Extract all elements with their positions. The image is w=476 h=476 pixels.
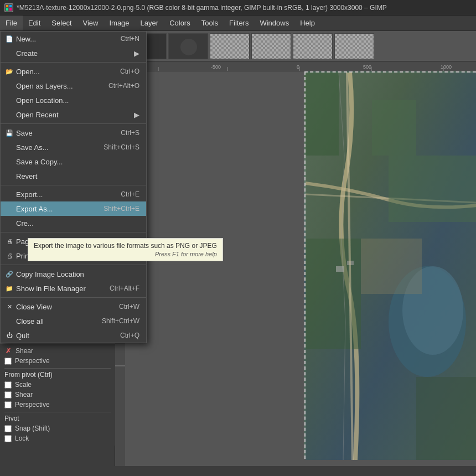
save-copy-icon (5, 157, 14, 166)
create-icon (5, 49, 14, 58)
save-as-shortcut: Shift+Ctrl+S (87, 143, 139, 151)
menu-open-recent[interactable]: Open Recent ▶ (1, 107, 146, 122)
menu-layer[interactable]: Layer (135, 15, 164, 30)
copy-location-icon: 🔗 (5, 270, 14, 278)
menu-select[interactable]: Select (46, 15, 77, 30)
menu-show-manager[interactable]: 📁 Show in File Manager Ctrl+Alt+F (1, 281, 146, 296)
svg-text:-500: -500 (211, 64, 221, 70)
menu-export-as[interactable]: Export As... Shift+Ctrl+E (1, 201, 146, 216)
menu-colors[interactable]: Colors (164, 15, 196, 30)
menu-bar: File Edit Select View Image Layer Colors… (0, 15, 476, 31)
quit-icon: ⏻ (5, 331, 14, 340)
lock-check[interactable]: Lock (4, 433, 111, 443)
menu-close-view[interactable]: ✕ Close View Ctrl+W (1, 299, 146, 314)
menu-filters[interactable]: Filters (224, 15, 254, 30)
menu-open-layers[interactable]: Open as Layers... Ctrl+Alt+O (1, 79, 146, 93)
overwrite-icon (5, 219, 14, 227)
open-icon: 📂 (5, 67, 14, 76)
menu-help[interactable]: Help (294, 15, 320, 30)
open-layers-label: Open as Layers... (16, 82, 73, 90)
canvas-image (304, 71, 476, 459)
open-recent-arrow: ▶ (134, 111, 139, 119)
sep-1 (1, 62, 146, 63)
menu-edit[interactable]: Edit (23, 15, 46, 30)
svg-rect-2 (9, 5, 12, 7)
menu-view[interactable]: View (77, 15, 104, 30)
sep-6 (1, 297, 146, 298)
open-location-label: Open Location... (16, 96, 69, 105)
svg-rect-1 (6, 5, 8, 7)
shear-check-top[interactable]: ✗ Shear (4, 346, 111, 356)
thumbnail-6[interactable] (210, 33, 250, 59)
menu-save-copy[interactable]: Save a Copy... (1, 154, 146, 169)
perspective-label-2: Perspective (15, 401, 50, 408)
menu-windows[interactable]: Windows (254, 15, 294, 30)
new-doc-icon: 📄 (5, 34, 14, 43)
sep-4 (1, 232, 146, 232)
thumbnail-7[interactable] (251, 33, 291, 59)
save-as-icon (5, 143, 14, 152)
file-dropdown: 📄 New... Ctrl+N Create ▶ 📂 Open... Ctrl+… (0, 31, 147, 343)
export-as-shortcut: Shift+Ctrl+E (87, 205, 139, 213)
menu-overwrite[interactable]: Cre... (1, 216, 146, 230)
svg-rect-33 (306, 239, 361, 349)
menu-copy-location[interactable]: 🔗 Copy Image Location (1, 267, 146, 281)
open-layers-shortcut: Ctrl+Alt+O (92, 82, 139, 90)
transform-panel-bottom: ✗ Shear Perspective From pivot (Ctrl) Sc… (0, 343, 115, 446)
menu-save-as[interactable]: Save As... Shift+Ctrl+S (1, 140, 146, 154)
revert-icon (5, 172, 14, 180)
menu-new[interactable]: 📄 New... Ctrl+N (1, 32, 146, 46)
export-shortcut: Ctrl+E (104, 190, 139, 198)
quit-shortcut: Ctrl+Q (104, 332, 139, 339)
thumbnail-8[interactable] (293, 33, 333, 59)
export-as-label: Export As... (16, 205, 53, 213)
thumbnail-5[interactable] (168, 33, 208, 59)
menu-export[interactable]: Export... Ctrl+E (1, 187, 146, 201)
canvas-area: -1000 -500 0 500 1000 (125, 61, 476, 466)
sep-3 (1, 185, 146, 185)
menu-open-location[interactable]: Open Location... (1, 93, 146, 107)
menu-create[interactable]: Create ▶ (1, 46, 146, 60)
new-label: New... (16, 35, 36, 43)
svg-rect-38 (389, 156, 476, 222)
thumbnail-9[interactable] (334, 33, 374, 59)
save-as-label: Save As... (16, 143, 49, 152)
close-view-icon: ✕ (5, 302, 14, 311)
perspective-check-top[interactable]: Perspective (4, 356, 111, 366)
snap-check[interactable]: Snap (Shift) (4, 423, 111, 433)
copy-location-label: Copy Image Location (16, 270, 84, 278)
perspective-pivot[interactable]: Perspective (4, 400, 111, 410)
open-layers-icon (5, 81, 14, 90)
close-view-shortcut: Ctrl+W (102, 303, 139, 311)
shear-label-top: Shear (15, 347, 33, 355)
menu-tools[interactable]: Tools (196, 15, 224, 30)
shear-pivot[interactable]: Shear (4, 390, 111, 400)
scale-pivot[interactable]: Scale (4, 380, 111, 390)
menu-image[interactable]: Image (104, 15, 134, 30)
tooltip-line1: Export the image to various file formats… (34, 242, 217, 250)
svg-rect-32 (372, 100, 416, 156)
window-title: *M5213A-texture-12000x12000-2-0.png-5.0 … (17, 4, 387, 12)
pivot-section-label: Pivot (4, 412, 111, 423)
svg-rect-40 (361, 239, 422, 294)
open-shortcut: Ctrl+O (104, 68, 139, 75)
svg-text:1000: 1000 (441, 64, 452, 70)
revert-label: Revert (16, 172, 37, 180)
from-pivot-label: From pivot (Ctrl) (4, 368, 111, 380)
print-icon: 🖨 (5, 251, 14, 260)
lock-label: Lock (15, 434, 29, 442)
svg-text:0: 0 (297, 64, 299, 70)
open-label: Open... (16, 68, 40, 76)
new-shortcut: Ctrl+N (104, 35, 139, 43)
menu-open[interactable]: 📂 Open... Ctrl+O (1, 64, 146, 79)
menu-quit[interactable]: ⏻ Quit Ctrl+Q (1, 328, 146, 343)
svg-rect-31 (306, 73, 339, 156)
close-all-icon (5, 317, 14, 325)
create-arrow: ▶ (134, 49, 139, 58)
menu-close-all[interactable]: Close all Shift+Ctrl+W (1, 314, 146, 328)
menu-save[interactable]: 💾 Save Ctrl+S (1, 126, 146, 140)
save-copy-label: Save a Copy... (16, 158, 63, 166)
export-label: Export... (16, 190, 43, 199)
menu-file[interactable]: File (0, 15, 23, 30)
menu-revert[interactable]: Revert (1, 169, 146, 183)
